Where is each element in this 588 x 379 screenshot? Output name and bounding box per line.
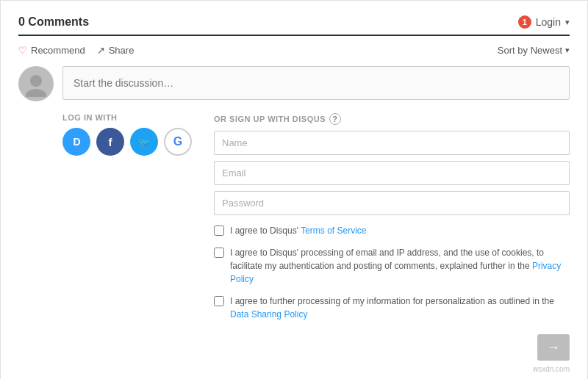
facebook-icon: f bbox=[109, 136, 112, 148]
facebook-login-button[interactable]: f bbox=[96, 128, 124, 156]
sort-label: Sort by Newest bbox=[498, 45, 562, 56]
notification-badge: 1 bbox=[518, 15, 531, 29]
tos-link[interactable]: Terms of Service bbox=[301, 225, 366, 236]
disqus-widget: 0 Comments 1 Login ▾ ♡ Recommend ↗ Share… bbox=[0, 0, 588, 379]
twitter-login-button[interactable]: 🐦 bbox=[130, 128, 158, 156]
login-section: LOG IN WITH D f 🐦 G bbox=[62, 113, 192, 361]
arrow-right-icon: → bbox=[547, 340, 560, 355]
comment-input-row bbox=[18, 66, 570, 101]
disqus-login-button[interactable]: D bbox=[62, 128, 90, 156]
twitter-icon: 🐦 bbox=[138, 137, 150, 148]
signup-label: OR SIGN UP WITH DISQUS ? bbox=[214, 113, 570, 125]
chevron-down-icon: ▾ bbox=[565, 18, 570, 27]
share-button[interactable]: ↗ Share bbox=[97, 45, 135, 56]
watermark: wsxdn.com bbox=[18, 365, 570, 373]
share-icon: ↗ bbox=[97, 45, 105, 56]
personalization-text: I agree to further processing of my info… bbox=[230, 295, 570, 321]
heart-icon: ♡ bbox=[18, 45, 27, 56]
login-label: Login bbox=[536, 16, 561, 28]
google-login-button[interactable]: G bbox=[164, 128, 192, 156]
discussion-input[interactable] bbox=[62, 66, 570, 100]
tos-checkbox[interactable] bbox=[214, 225, 224, 236]
auth-area: LOG IN WITH D f 🐦 G bbox=[62, 113, 570, 361]
left-actions: ♡ Recommend ↗ Share bbox=[18, 45, 134, 56]
password-input[interactable] bbox=[214, 191, 570, 215]
comments-title: 0 Comments bbox=[18, 15, 89, 29]
google-icon: G bbox=[173, 135, 182, 148]
svg-point-0 bbox=[30, 75, 42, 87]
personalization-checkbox-row: I agree to further processing of my info… bbox=[214, 295, 570, 321]
signup-section: OR SIGN UP WITH DISQUS ? I agree to Disq… bbox=[214, 113, 570, 361]
name-input[interactable] bbox=[214, 131, 570, 155]
disqus-icon: D bbox=[73, 136, 79, 148]
user-avatar bbox=[18, 66, 54, 101]
social-icons: D f 🐦 G bbox=[62, 128, 192, 156]
header-row: 0 Comments 1 Login ▾ bbox=[18, 15, 570, 36]
help-icon[interactable]: ? bbox=[329, 113, 341, 125]
login-area[interactable]: 1 Login ▾ bbox=[518, 15, 570, 29]
email-input[interactable] bbox=[214, 161, 570, 185]
tos-checkbox-row: I agree to Disqus' Terms of Service bbox=[214, 224, 570, 237]
submit-row: → bbox=[214, 334, 570, 361]
submit-button[interactable]: → bbox=[537, 334, 570, 361]
privacy-checkbox-row: I agree to Disqus' processing of email a… bbox=[214, 246, 570, 286]
login-section-label: LOG IN WITH bbox=[62, 113, 192, 122]
share-label: Share bbox=[109, 45, 135, 56]
actions-row: ♡ Recommend ↗ Share Sort by Newest ▾ bbox=[18, 45, 570, 56]
signup-form: I agree to Disqus' Terms of Service I ag… bbox=[214, 131, 570, 361]
comments-label: Comments bbox=[28, 15, 89, 28]
personalization-checkbox[interactable] bbox=[214, 296, 224, 306]
recommend-label: Recommend bbox=[31, 45, 85, 56]
svg-point-1 bbox=[26, 89, 46, 97]
tos-text: I agree to Disqus' Terms of Service bbox=[230, 224, 366, 237]
comments-count: 0 bbox=[18, 15, 25, 28]
privacy-text: I agree to Disqus' processing of email a… bbox=[230, 246, 570, 286]
signup-label-text: OR SIGN UP WITH DISQUS bbox=[214, 115, 326, 123]
privacy-checkbox[interactable] bbox=[214, 248, 224, 258]
sort-chevron-icon: ▾ bbox=[565, 46, 570, 55]
sort-dropdown[interactable]: Sort by Newest ▾ bbox=[498, 45, 570, 56]
personalization-link[interactable]: Data Sharing Policy bbox=[230, 309, 307, 320]
recommend-button[interactable]: ♡ Recommend bbox=[18, 45, 85, 56]
